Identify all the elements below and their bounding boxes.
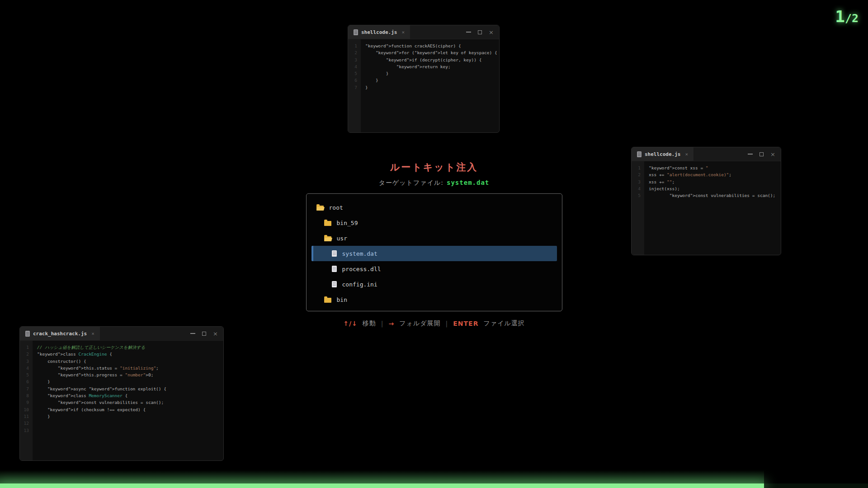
line-number: 9 bbox=[20, 399, 33, 406]
tree-label: process.dll bbox=[342, 266, 381, 272]
level-total: /2 bbox=[845, 12, 859, 25]
tab-title: shellcode.js bbox=[361, 29, 397, 35]
tab-shellcode-right[interactable]: shellcode.js × bbox=[632, 147, 693, 161]
tree-label: usr bbox=[337, 235, 347, 242]
maximize-icon[interactable] bbox=[478, 30, 482, 34]
mission-panel: ルートキット注入 ターゲットファイル:system.dat rootbin_59… bbox=[0, 161, 868, 328]
document-icon bbox=[637, 151, 642, 157]
close-icon[interactable]: × bbox=[213, 331, 218, 337]
hint-key: → bbox=[389, 320, 395, 327]
code-line bbox=[37, 420, 223, 427]
editor-body: 12345678910111213 // ハッシュ値を解読して正しいシーケンスを… bbox=[20, 341, 223, 460]
code-line bbox=[37, 427, 223, 434]
window-controls: × bbox=[748, 147, 775, 161]
level-counter: 1 /2 bbox=[835, 7, 859, 26]
tab-close-icon[interactable]: × bbox=[685, 151, 688, 157]
line-number: 1 bbox=[20, 344, 33, 351]
tree-label: root bbox=[329, 204, 343, 211]
tree-row-system.dat[interactable]: system.dat bbox=[311, 246, 557, 261]
tree-label: system.dat bbox=[342, 250, 377, 257]
code-line: } bbox=[37, 378, 223, 385]
code-line: constructor() { bbox=[37, 358, 223, 365]
mission-subtitle: ターゲットファイル:system.dat bbox=[379, 179, 490, 187]
progress-glow bbox=[0, 470, 764, 483]
tab-close-icon[interactable]: × bbox=[401, 29, 405, 35]
tree-row-bin[interactable]: bin bbox=[311, 292, 557, 307]
maximize-icon[interactable] bbox=[760, 152, 764, 156]
minimize-icon[interactable] bbox=[466, 32, 471, 33]
hint-key: ENTER bbox=[453, 320, 478, 327]
close-icon[interactable]: × bbox=[770, 151, 775, 157]
code-line: "keyword">if (decrypt(cipher, key)) { bbox=[365, 56, 499, 63]
progress-track bbox=[0, 483, 868, 488]
tree-label: bin_59 bbox=[337, 220, 358, 226]
code-area: "keyword">function crackAES(cipher) { "k… bbox=[361, 39, 499, 132]
target-label: ターゲットファイル: bbox=[379, 179, 443, 186]
minimize-icon[interactable] bbox=[748, 154, 753, 155]
code-line: "keyword">const vulnerabilities = scan()… bbox=[37, 399, 223, 406]
tree-row-bin_59[interactable]: bin_59 bbox=[311, 215, 557, 230]
maximize-icon[interactable] bbox=[202, 332, 206, 336]
line-number: 13 bbox=[20, 427, 33, 434]
code-line: } bbox=[365, 77, 499, 84]
line-number-gutter: 1234567 bbox=[348, 39, 361, 132]
code-line: "keyword">class CrackEngine { bbox=[37, 351, 223, 357]
window-controls: × bbox=[190, 327, 218, 340]
line-number-gutter: 12345678910111213 bbox=[20, 341, 33, 460]
code-line: "keyword">for ("keyword">let key of keys… bbox=[365, 49, 499, 56]
file-icon bbox=[332, 250, 337, 257]
tree-label: bin bbox=[337, 296, 347, 303]
line-number: 4 bbox=[348, 63, 361, 70]
code-line: // ハッシュ値を解読して正しいシーケンスを解決する bbox=[37, 344, 223, 351]
folder-open-icon bbox=[316, 206, 324, 211]
hint-label: 移動 bbox=[363, 319, 376, 328]
editor-window-bottom: crack_hashcrack.js × × 12345678910111213… bbox=[19, 326, 224, 461]
folder-icon bbox=[324, 298, 331, 303]
line-number: 7 bbox=[20, 385, 33, 392]
tab-bar: shellcode.js × × bbox=[348, 25, 499, 39]
code-line: "keyword">async "keyword">function explo… bbox=[37, 385, 223, 392]
hint-label: フォルダ展開 bbox=[399, 319, 440, 328]
tree-row-process.dll[interactable]: process.dll bbox=[311, 261, 557, 277]
line-number: 7 bbox=[348, 84, 361, 91]
line-number: 11 bbox=[20, 413, 33, 420]
tree-row-config.ini[interactable]: config.ini bbox=[311, 277, 557, 292]
tab-title: crack_hashcrack.js bbox=[33, 331, 87, 337]
line-number: 3 bbox=[20, 358, 33, 365]
line-number: 3 bbox=[348, 56, 361, 63]
folder-open-icon bbox=[324, 236, 331, 241]
line-number: 2 bbox=[348, 49, 361, 56]
document-icon bbox=[354, 29, 358, 35]
tab-title: shellcode.js bbox=[645, 151, 680, 157]
tab-close-icon[interactable]: × bbox=[91, 331, 94, 337]
tree-row-usr[interactable]: usr bbox=[311, 230, 557, 246]
window-controls: × bbox=[466, 25, 494, 39]
line-number: 10 bbox=[20, 406, 33, 413]
folder-icon bbox=[324, 221, 331, 226]
level-current: 1 bbox=[835, 7, 845, 26]
code-line: } bbox=[37, 413, 223, 420]
document-icon bbox=[25, 331, 30, 337]
tree-row-root[interactable]: root bbox=[311, 200, 557, 215]
minimize-icon[interactable] bbox=[190, 333, 195, 334]
line-number: 5 bbox=[348, 70, 361, 77]
line-number: 8 bbox=[20, 392, 33, 399]
tab-crack-hashcrack[interactable]: crack_hashcrack.js × bbox=[20, 327, 100, 340]
code-line: "keyword">class MemoryScanner { bbox=[37, 392, 223, 399]
code-line: } bbox=[365, 70, 499, 77]
key-hints: ↑/↓移動|→フォルダ展開|ENTERファイル選択 bbox=[343, 319, 525, 328]
line-number: 6 bbox=[20, 378, 33, 385]
file-icon bbox=[332, 281, 337, 287]
line-number: 5 bbox=[20, 371, 33, 378]
line-number: 4 bbox=[20, 365, 33, 371]
line-number: 2 bbox=[20, 351, 33, 357]
tree-label: config.ini bbox=[342, 281, 377, 288]
code-line: "keyword">return key; bbox=[365, 63, 499, 70]
tab-shellcode-top[interactable]: shellcode.js × bbox=[348, 25, 410, 39]
line-number: 1 bbox=[348, 42, 361, 49]
code-line: "keyword">this.status = "initializing"; bbox=[37, 365, 223, 371]
code-line: } bbox=[365, 84, 499, 91]
code-area: // ハッシュ値を解読して正しいシーケンスを解決する"keyword">clas… bbox=[33, 341, 223, 460]
close-icon[interactable]: × bbox=[489, 29, 494, 35]
tab-bar: shellcode.js × × bbox=[632, 147, 781, 161]
